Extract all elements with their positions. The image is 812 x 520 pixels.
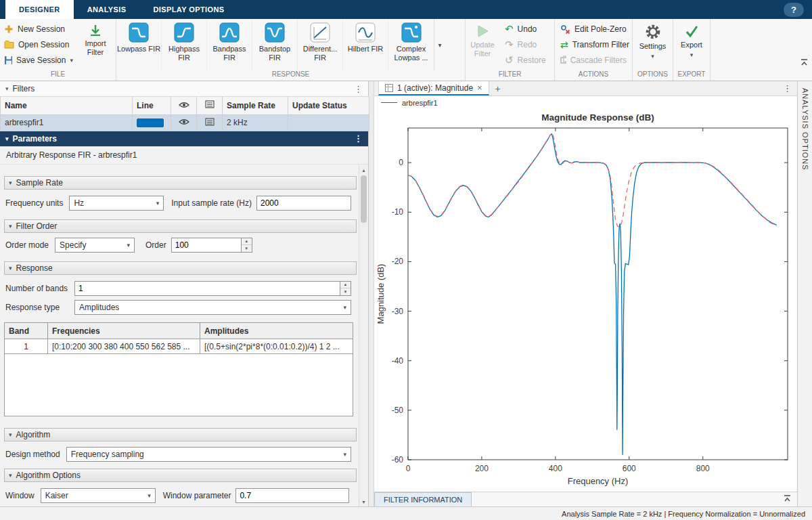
help-button[interactable]: ? bbox=[784, 3, 804, 17]
open-session-button[interactable]: Open Session bbox=[0, 37, 77, 52]
bandstop-fir-label: Bandstop FIR bbox=[252, 45, 297, 62]
collapse-ribbon-button[interactable] bbox=[800, 58, 809, 68]
analysis-options-strip[interactable]: ANALYSIS OPTIONS bbox=[797, 81, 812, 506]
svg-text:-50: -50 bbox=[392, 406, 404, 415]
list-icon bbox=[205, 100, 215, 108]
complex-lowpass-button[interactable]: Complex Lowpas ... bbox=[388, 19, 434, 70]
new-figure-tab-button[interactable]: + bbox=[489, 81, 507, 95]
sample-rate-section-title: Sample Rate bbox=[16, 178, 63, 188]
algorithm-options-section-header[interactable]: ▾ Algorithm Options bbox=[4, 469, 357, 482]
frequency-units-label: Frequency units bbox=[5, 198, 63, 208]
import-filter-button[interactable]: Import Filter bbox=[77, 19, 114, 70]
band-column: Band bbox=[5, 323, 48, 339]
number-of-bands-field[interactable] bbox=[74, 281, 340, 296]
filter-information-label: FILTER INFORMATION bbox=[384, 496, 462, 504]
highpass-fir-button[interactable]: Highpass FIR bbox=[162, 19, 207, 70]
redo-button[interactable]: ↷ Redo bbox=[501, 37, 552, 52]
frequencies-cell[interactable]: [0:10:200 300 380 400 550 562 585 ... bbox=[48, 339, 200, 354]
scroll-up-icon[interactable]: ▲ bbox=[359, 165, 368, 175]
kebab-menu-icon[interactable]: ⋮ bbox=[354, 133, 363, 144]
response-gallery-expand-button[interactable]: ▾ bbox=[434, 19, 445, 70]
chart-canvas[interactable]: 02004006008000-10-20-30-40-50-60Magnitud… bbox=[374, 109, 797, 490]
order-mode-select[interactable]: Specify ▾ bbox=[55, 238, 135, 253]
cascade-filters-button[interactable]: Cascade Filters bbox=[556, 53, 631, 68]
scroll-down-icon[interactable]: ▼ bbox=[359, 497, 368, 506]
frequency-units-select[interactable]: Hz ▾ bbox=[69, 196, 164, 211]
parameters-panel-title: Parameters bbox=[13, 134, 57, 144]
order-mode-value: Specify bbox=[60, 240, 122, 250]
filter-line-swatch[interactable] bbox=[137, 118, 164, 127]
tab-magnitude-response[interactable]: 1 (active): Magnitude × bbox=[378, 81, 489, 95]
amplitudes-cell[interactable]: [(0.5+sin(2*pi*8*(0:0.01:0.2))/4) 1 2 ..… bbox=[200, 339, 353, 354]
sample-rate-section-header[interactable]: ▾ Sample Rate bbox=[4, 176, 357, 190]
transform-filter-button[interactable]: ⇄ Transform Filter bbox=[556, 37, 631, 52]
update-filter-label: Update Filter bbox=[466, 41, 499, 58]
filter-information-tab[interactable]: FILTER INFORMATION bbox=[374, 492, 472, 507]
kebab-menu-icon[interactable]: ⋮ bbox=[777, 81, 797, 95]
filter-name-cell[interactable]: arbrespfir1 bbox=[1, 114, 133, 131]
spin-up-icon[interactable]: ▲ bbox=[242, 238, 252, 246]
filter-response-list-button[interactable] bbox=[197, 114, 223, 131]
algorithm-section-header[interactable]: ▾ Algorithm bbox=[4, 428, 357, 441]
band-table-row[interactable]: 1 [0:10:200 300 380 400 550 562 585 ... … bbox=[5, 339, 353, 354]
undo-button[interactable]: ↶ Undo bbox=[501, 22, 552, 37]
spin-up-icon[interactable]: ▲ bbox=[340, 282, 351, 289]
save-session-button[interactable]: Save Session ▾ bbox=[0, 53, 77, 68]
edit-pole-zero-button[interactable]: Edit Pole-Zero bbox=[556, 22, 631, 37]
chevron-down-icon: ▾ bbox=[343, 304, 346, 311]
restore-button[interactable]: ↺ Restore bbox=[501, 53, 552, 68]
amplitudes-column: Amplitudes bbox=[200, 323, 353, 339]
chevron-down-icon: ▾ bbox=[156, 200, 160, 207]
parameters-panel-header[interactable]: ▾ Parameters ⋮ bbox=[0, 131, 368, 147]
undo-label: Undo bbox=[518, 24, 537, 34]
differentiator-fir-button[interactable]: Different... FIR bbox=[298, 19, 343, 70]
collapse-triangle-icon: ▾ bbox=[5, 85, 9, 92]
order-stepper[interactable]: ▲▼ bbox=[242, 238, 252, 253]
tab-analysis[interactable]: ANALYSIS bbox=[74, 0, 140, 19]
chevron-down-icon: ▾ bbox=[148, 492, 151, 499]
band-cell[interactable]: 1 bbox=[5, 339, 48, 354]
hilbert-fir-button[interactable]: Hilbert FIR bbox=[343, 19, 388, 70]
number-of-bands-stepper[interactable]: ▲▼ bbox=[340, 281, 351, 296]
edit-pole-zero-label: Edit Pole-Zero bbox=[574, 24, 627, 34]
order-field[interactable] bbox=[171, 238, 242, 253]
eye-icon bbox=[179, 118, 189, 125]
spin-down-icon[interactable]: ▼ bbox=[242, 245, 252, 252]
band-table-empty-row bbox=[5, 354, 353, 416]
window-select[interactable]: Kaiser ▾ bbox=[41, 488, 156, 503]
frequency-units-value: Hz bbox=[74, 198, 152, 208]
new-session-button[interactable]: New Session bbox=[0, 22, 77, 37]
filter-order-section-header[interactable]: ▾ Filter Order bbox=[4, 219, 357, 233]
parameters-scrollbar[interactable]: ▲ ▼ bbox=[359, 165, 368, 506]
update-filter-button[interactable]: Update Filter bbox=[466, 19, 499, 70]
settings-button[interactable]: Settings ▾ bbox=[635, 19, 671, 70]
export-button[interactable]: Export ▾ bbox=[673, 19, 710, 70]
ribbon-section-options: Settings ▾ OPTIONS bbox=[633, 19, 673, 81]
restore-panel-button[interactable] bbox=[783, 494, 792, 504]
gear-icon bbox=[645, 24, 661, 40]
kebab-menu-icon[interactable]: ⋮ bbox=[354, 84, 363, 94]
filter-row-arbrespfir1[interactable]: arbrespfir1 2 kHz bbox=[1, 114, 369, 131]
filters-panel-header[interactable]: ▾ Filters ⋮ bbox=[0, 81, 368, 97]
lowpass-fir-button[interactable]: Lowpass FIR bbox=[116, 19, 162, 70]
svg-text:400: 400 bbox=[549, 464, 562, 473]
window-parameter-field[interactable] bbox=[235, 488, 349, 503]
band-table: Band Frequencies Amplitudes 1 [0:10:200 … bbox=[4, 322, 353, 416]
response-type-select[interactable]: Amplitudes ▾ bbox=[74, 300, 351, 315]
tab-display-options[interactable]: DISPLAY OPTIONS bbox=[139, 0, 238, 19]
panel-splitter[interactable] bbox=[369, 81, 374, 506]
close-icon[interactable]: × bbox=[477, 83, 482, 93]
scrollbar-thumb[interactable] bbox=[361, 175, 367, 223]
bandpass-fir-button[interactable]: Bandpass FIR bbox=[207, 19, 252, 70]
bandstop-fir-button[interactable]: Bandstop FIR bbox=[252, 19, 298, 70]
tab-designer[interactable]: DESIGNER bbox=[5, 0, 74, 19]
window-label: Window bbox=[5, 491, 35, 500]
design-method-select[interactable]: Frequency sampling ▾ bbox=[66, 447, 351, 462]
response-section-header[interactable]: ▾ Response bbox=[4, 261, 357, 275]
filter-visibility-toggle[interactable] bbox=[171, 114, 197, 131]
lowpass-fir-label: Lowpass FIR bbox=[117, 45, 160, 53]
spin-down-icon[interactable]: ▼ bbox=[340, 288, 351, 295]
input-sample-rate-field[interactable] bbox=[256, 196, 351, 211]
magnitude-response-chart[interactable]: 02004006008000-10-20-30-40-50-60Magnitud… bbox=[374, 109, 797, 492]
legend-line bbox=[381, 102, 397, 103]
